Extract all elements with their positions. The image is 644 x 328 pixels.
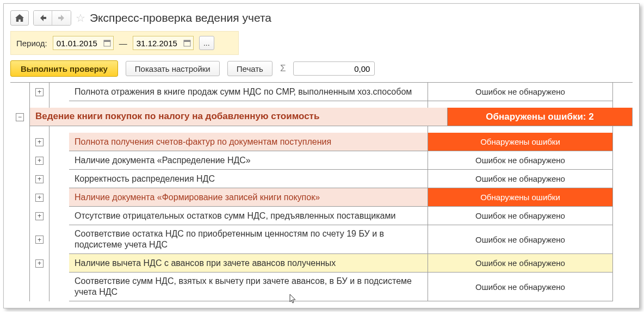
row-status: Ошибок не обнаружено bbox=[428, 207, 613, 225]
date-to-input[interactable] bbox=[135, 38, 180, 48]
date-from-field[interactable] bbox=[53, 36, 114, 50]
result-row: + Соответствие остатка НДС по приобретен… bbox=[10, 225, 633, 254]
period-toolbar: Период: — ... bbox=[10, 31, 239, 55]
expand-icon[interactable]: + bbox=[35, 157, 44, 165]
date-from-input[interactable] bbox=[55, 38, 100, 48]
section-title: Ведение книги покупок по налогу на добав… bbox=[30, 108, 448, 126]
sigma-icon: Σ bbox=[280, 63, 286, 74]
row-status: Ошибок не обнаружено bbox=[428, 151, 613, 170]
period-label: Период: bbox=[16, 39, 47, 48]
date-separator: — bbox=[119, 39, 127, 48]
print-button[interactable]: Печать bbox=[227, 61, 273, 76]
result-row: + Полнота получения счетов-фактур по док… bbox=[10, 133, 633, 151]
expand-icon[interactable]: + bbox=[35, 259, 44, 268]
period-picker-button[interactable]: ... bbox=[199, 36, 214, 50]
row-status: Ошибок не обнаружено bbox=[428, 170, 613, 188]
row-status: Обнаружены ошибки bbox=[428, 188, 613, 207]
favorite-star-icon[interactable]: ☆ bbox=[76, 11, 85, 24]
row-status: Ошибок не обнаружено bbox=[428, 225, 613, 254]
row-desc: Наличие документа «Распределение НДС» bbox=[69, 151, 428, 170]
expand-icon[interactable]: + bbox=[35, 88, 44, 96]
separator bbox=[10, 126, 633, 133]
svg-rect-1 bbox=[104, 40, 110, 42]
row-desc: Соответствие сумм НДС, взятых к вычету п… bbox=[69, 273, 428, 301]
row-status: Ошибок не обнаружено bbox=[428, 254, 613, 273]
calendar-icon[interactable] bbox=[183, 39, 191, 47]
result-row: + Наличие документа «Распределение НДС» … bbox=[10, 151, 633, 170]
show-settings-button[interactable]: Показать настройки bbox=[126, 61, 220, 76]
sum-field[interactable] bbox=[293, 61, 375, 76]
cursor-icon bbox=[289, 294, 299, 304]
home-button[interactable] bbox=[10, 10, 29, 26]
collapse-icon[interactable]: − bbox=[16, 113, 24, 121]
page-title: Экспресс-проверка ведения учета bbox=[90, 11, 271, 24]
result-row: + Отсутствие отрицательных остатков сумм… bbox=[10, 207, 633, 225]
svg-rect-3 bbox=[184, 40, 190, 42]
calendar-icon[interactable] bbox=[103, 39, 111, 47]
expand-icon[interactable]: + bbox=[35, 175, 44, 183]
back-button[interactable] bbox=[34, 11, 52, 25]
row-desc: Соответствие остатка НДС по приобретенны… bbox=[69, 225, 428, 254]
separator bbox=[10, 101, 633, 108]
row-status: Обнаружены ошибки bbox=[428, 133, 613, 151]
result-row: + Полнота отражения в книге продаж сумм … bbox=[10, 83, 633, 101]
section-header: − Ведение книги покупок по налогу на доб… bbox=[10, 108, 633, 126]
result-row: Соответствие сумм НДС, взятых к вычету п… bbox=[10, 273, 633, 301]
row-desc: Отсутствие отрицательных остатков сумм Н… bbox=[69, 207, 428, 225]
arrow-right-icon bbox=[57, 14, 66, 22]
expand-icon[interactable]: + bbox=[35, 138, 44, 146]
section-status: Обнаружены ошибки: 2 bbox=[448, 108, 633, 126]
expand-icon[interactable]: + bbox=[35, 194, 44, 202]
date-to-field[interactable] bbox=[133, 36, 194, 50]
row-status: Ошибок не обнаружено bbox=[428, 83, 613, 101]
row-status: Ошибок не обнаружено bbox=[428, 273, 613, 301]
row-desc: Корректность распределения НДС bbox=[69, 170, 428, 188]
expand-icon[interactable]: + bbox=[35, 212, 44, 220]
result-row: + Корректность распределения НДС Ошибок … bbox=[10, 170, 633, 188]
result-row: + Наличие документа «Формирование записе… bbox=[10, 188, 633, 207]
row-desc: Полнота отражения в книге продаж сумм НД… bbox=[69, 83, 428, 101]
run-check-button[interactable]: Выполнить проверку bbox=[10, 60, 118, 77]
row-desc: Полнота получения счетов-фактур по докум… bbox=[69, 133, 428, 151]
results-tree: + Полнота отражения в книге продаж сумм … bbox=[10, 82, 633, 301]
expand-icon[interactable]: + bbox=[35, 236, 44, 244]
forward-button[interactable] bbox=[52, 11, 71, 25]
result-row-highlighted: + Наличие вычета НДС с авансов при зачет… bbox=[10, 254, 633, 273]
row-desc: Наличие вычета НДС с авансов при зачете … bbox=[69, 254, 428, 273]
row-desc: Наличие документа «Формирование записей … bbox=[69, 188, 428, 207]
nav-back-forward bbox=[33, 10, 71, 26]
home-icon bbox=[15, 14, 24, 22]
arrow-left-icon bbox=[39, 14, 47, 22]
